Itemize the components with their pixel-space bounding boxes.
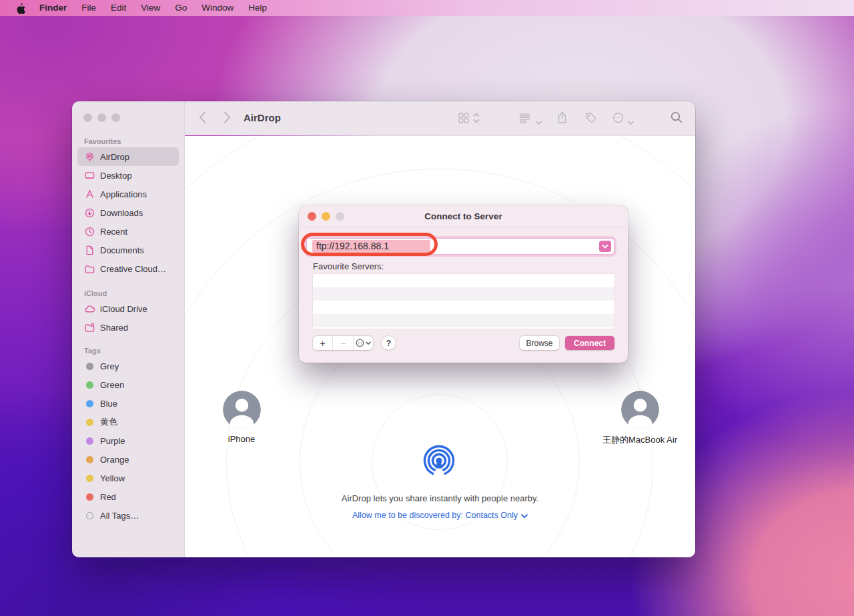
more-actions-button[interactable] <box>612 112 624 126</box>
ellipsis-circle-icon <box>612 112 624 123</box>
sidebar-tag-huangse[interactable]: 黄色 <box>77 413 179 431</box>
view-switcher-button[interactable] <box>473 112 480 127</box>
sidebar-item-label: Red <box>100 492 116 502</box>
browse-button[interactable]: Browse <box>520 336 559 350</box>
tag-dot-blue <box>86 400 93 407</box>
discoverability-label: Allow me to be discovered by: Contacts O… <box>352 511 518 520</box>
add-server-button[interactable]: + <box>313 336 333 350</box>
tag-icon <box>585 112 596 123</box>
forward-button[interactable] <box>224 111 231 126</box>
more-actions-chevron[interactable] <box>628 116 634 128</box>
sidebar-tag-grey[interactable]: Grey <box>77 357 179 375</box>
tags-button[interactable] <box>585 112 596 126</box>
sidebar-item-airdrop[interactable]: AirDrop <box>77 147 179 166</box>
sidebar-item-label: Purple <box>100 436 125 446</box>
sidebar-item-label: All Tags… <box>100 511 139 521</box>
sidebar-tag-orange[interactable]: Orange <box>77 450 179 469</box>
chevron-right-icon <box>224 111 231 123</box>
sidebar-item-label: Orange <box>100 455 129 465</box>
grid-view-icon <box>458 113 469 123</box>
tag-dot-red <box>86 493 93 501</box>
sidebar-item-label: iCloud Drive <box>100 304 147 314</box>
menu-item-help[interactable]: Help <box>241 0 274 16</box>
search-icon <box>671 111 683 123</box>
sidebar-item-label: Yellow <box>100 473 125 483</box>
device-label: iPhone <box>195 434 288 444</box>
clock-icon <box>84 226 95 237</box>
chevron-down-icon <box>628 121 634 125</box>
sidebar-item-label: Shared <box>100 323 128 333</box>
address-history-dropdown[interactable] <box>599 241 611 252</box>
finder-sidebar: Favourites AirDrop Desktop <box>72 101 185 557</box>
zoom-button[interactable] <box>111 113 120 122</box>
remove-server-button[interactable]: − <box>333 336 353 350</box>
menu-item-file[interactable]: File <box>74 0 103 16</box>
server-actions-button[interactable] <box>354 336 373 350</box>
sidebar-section-tags: Tags <box>84 347 184 355</box>
zoom-button[interactable] <box>336 212 344 221</box>
group-by-button[interactable] <box>519 113 530 126</box>
tag-dot-yellow-cn <box>86 419 93 426</box>
chevron-down-icon <box>536 121 542 125</box>
search-button[interactable] <box>671 111 683 126</box>
sidebar-tag-yellow[interactable]: Yellow <box>77 469 179 487</box>
list-edit-controls: + − <box>313 336 373 350</box>
sidebar-tag-red[interactable]: Red <box>77 487 179 506</box>
apple-logo-icon <box>16 3 25 14</box>
finder-toolbar: AirDrop <box>185 101 695 135</box>
sidebar-item-creative-cloud[interactable]: Creative Cloud… <box>77 259 179 278</box>
sidebar-item-applications[interactable]: Applications <box>77 185 179 203</box>
close-button[interactable] <box>308 212 316 221</box>
sidebar-tag-purple[interactable]: Purple <box>77 431 179 450</box>
chevron-down-icon <box>366 341 371 345</box>
sidebar-item-downloads[interactable]: Downloads <box>77 203 179 222</box>
discoverability-control[interactable]: Allow me to be discovered by: Contacts O… <box>185 511 695 520</box>
back-button[interactable] <box>199 111 206 126</box>
connect-button[interactable]: Connect <box>565 336 614 350</box>
menu-item-finder[interactable]: Finder <box>32 0 74 16</box>
share-button[interactable] <box>557 111 567 127</box>
minimize-button[interactable] <box>322 212 330 221</box>
sidebar-item-label: Green <box>100 380 124 390</box>
close-button[interactable] <box>83 113 92 122</box>
window-controls <box>83 113 184 122</box>
sidebar-item-icloud-drive[interactable]: iCloud Drive <box>77 299 179 318</box>
up-down-chevrons-icon <box>473 112 480 124</box>
airdrop-logo-icon <box>422 445 456 479</box>
view-grid-button[interactable] <box>458 113 469 126</box>
help-button[interactable]: ? <box>382 336 396 350</box>
tag-dot-yellow <box>86 475 93 482</box>
menu-item-go[interactable]: Go <box>167 0 194 16</box>
sidebar-item-shared[interactable]: Shared <box>77 318 179 337</box>
chevron-left-icon <box>199 111 206 123</box>
sidebar-item-desktop[interactable]: Desktop <box>77 166 179 185</box>
sidebar-item-documents[interactable]: Documents <box>77 241 179 259</box>
chevron-down-icon <box>521 514 528 519</box>
all-tags-icon <box>86 512 93 519</box>
sidebar-item-label: Documents <box>100 245 144 255</box>
airdrop-device-macbook[interactable]: 王静的MacBook Air <box>593 391 687 446</box>
tag-dot-grey <box>86 363 93 370</box>
tag-dot-purple <box>86 437 93 445</box>
sidebar-tag-green[interactable]: Green <box>77 375 179 394</box>
sidebar-item-label: AirDrop <box>100 152 129 162</box>
menu-item-edit[interactable]: Edit <box>103 0 133 16</box>
sidebar-tag-blue[interactable]: Blue <box>77 394 179 413</box>
airdrop-icon <box>84 151 95 163</box>
menu-item-window[interactable]: Window <box>194 0 241 16</box>
apple-menu[interactable] <box>9 3 32 14</box>
sidebar-item-all-tags[interactable]: All Tags… <box>77 506 179 525</box>
selected-address-text: ftp://192.168.88.1 <box>312 240 430 253</box>
group-by-chevron[interactable] <box>536 116 542 128</box>
server-address-input[interactable]: ftp://192.168.88.1 <box>306 238 614 255</box>
sidebar-section-favourites: Favourites <box>84 137 184 145</box>
folder-icon <box>84 263 95 275</box>
airdrop-device-iphone[interactable]: iPhone <box>195 391 288 444</box>
favourite-servers-list[interactable] <box>313 274 614 329</box>
document-icon <box>84 245 95 256</box>
minimize-button[interactable] <box>97 113 106 122</box>
dialog-title: Connect to Server <box>424 211 502 221</box>
menu-item-view[interactable]: View <box>133 0 167 16</box>
sidebar-item-recent[interactable]: Recent <box>77 222 179 241</box>
group-by-icon <box>519 113 530 123</box>
